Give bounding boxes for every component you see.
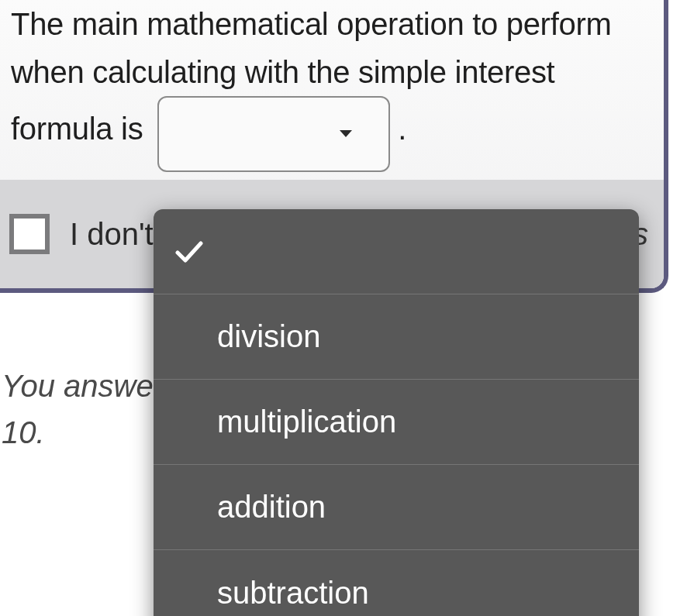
question-text-after: . (398, 112, 406, 146)
dropdown-option-label: addition (217, 490, 326, 525)
dropdown-option-subtraction[interactable]: subtraction (154, 550, 639, 616)
answered-line1: You answe (2, 369, 154, 403)
dont-know-checkbox[interactable] (9, 214, 50, 254)
chevron-down-icon (339, 129, 353, 139)
answered-line2: 10. (2, 415, 45, 449)
dropdown-option-label: multiplication (217, 404, 396, 439)
dropdown-option-label: division (217, 319, 320, 354)
dropdown-option-multiplication[interactable]: multiplication (154, 380, 639, 465)
answer-select[interactable] (157, 96, 390, 172)
check-icon (175, 240, 203, 263)
select-dropdown-menu: division multiplication addition subtrac… (154, 209, 639, 616)
dropdown-option-label: subtraction (217, 576, 369, 611)
dropdown-option-empty[interactable] (154, 209, 639, 294)
question-text: The main mathematical operation to perfo… (0, 0, 664, 180)
dropdown-option-addition[interactable]: addition (154, 465, 639, 550)
answered-status-text: You answe o 10. (0, 363, 154, 456)
dropdown-option-division[interactable]: division (154, 294, 639, 380)
